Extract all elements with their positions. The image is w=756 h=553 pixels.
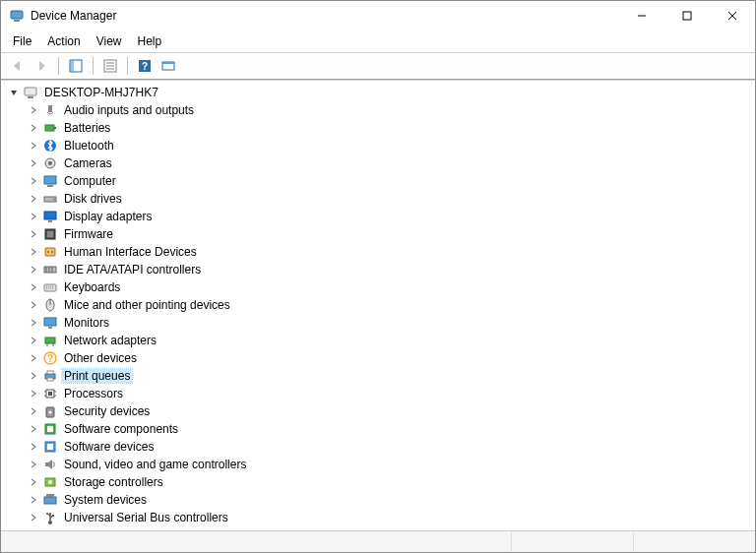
- chevron-right-icon[interactable]: [27, 387, 40, 400]
- tree-item-label[interactable]: Security devices: [62, 404, 152, 418]
- chevron-right-icon[interactable]: [27, 458, 40, 471]
- tree-item-label[interactable]: Cameras: [62, 156, 114, 170]
- tree-item[interactable]: Bluetooth: [7, 137, 755, 154]
- tree-item-label[interactable]: Other devices: [62, 351, 139, 365]
- tree-item[interactable]: Sound, video and game controllers: [7, 456, 755, 473]
- tree-item-label[interactable]: Human Interface Devices: [62, 245, 199, 259]
- tree-item[interactable]: System devices: [7, 491, 755, 509]
- tree-item[interactable]: Computer: [7, 172, 755, 190]
- tree-item[interactable]: Display adapters: [7, 208, 755, 225]
- chevron-right-icon[interactable]: [27, 121, 40, 135]
- tree-item[interactable]: Batteries: [7, 119, 755, 137]
- chevron-right-icon[interactable]: [27, 227, 40, 241]
- audio-icon: [42, 102, 58, 118]
- tree-item[interactable]: Audio inputs and outputs: [7, 101, 755, 119]
- computer-icon: [23, 85, 38, 100]
- svg-rect-46: [45, 338, 55, 343]
- scan-hardware-button[interactable]: [158, 55, 179, 77]
- computer-icon: [42, 173, 58, 189]
- tree-item[interactable]: Cameras: [7, 154, 755, 172]
- tree-item-label[interactable]: Display adapters: [62, 210, 154, 223]
- tree-item[interactable]: Keyboards: [7, 278, 755, 296]
- tree-item[interactable]: IDE ATA/ATAPI controllers: [7, 261, 755, 278]
- menu-file[interactable]: File: [5, 32, 39, 50]
- chevron-right-icon[interactable]: [27, 174, 40, 188]
- system-icon: [42, 492, 58, 508]
- tree-item-label[interactable]: Software devices: [62, 440, 156, 454]
- tree-item[interactable]: Security devices: [7, 402, 755, 420]
- tree-item-label[interactable]: IDE ATA/ATAPI controllers: [62, 263, 203, 276]
- chevron-right-icon[interactable]: [27, 156, 40, 170]
- tree-item[interactable]: Monitors: [7, 314, 755, 332]
- tree-item-label[interactable]: Network adapters: [62, 334, 158, 347]
- tree-item-label[interactable]: Batteries: [62, 121, 112, 135]
- tree-item-label[interactable]: Firmware: [62, 227, 115, 241]
- tree-item[interactable]: Disk drives: [7, 190, 755, 208]
- other-icon: ?: [42, 350, 58, 366]
- chevron-right-icon[interactable]: [27, 192, 40, 206]
- chevron-right-icon[interactable]: [27, 511, 40, 524]
- tree-item-label[interactable]: Universal Serial Bus controllers: [62, 511, 230, 524]
- show-hide-console-tree-button[interactable]: [65, 55, 87, 77]
- chevron-right-icon[interactable]: [27, 139, 40, 153]
- tree-item-label[interactable]: Mice and other pointing devices: [62, 298, 232, 312]
- toolbar: ?: [1, 52, 755, 80]
- tree-item-label[interactable]: Storage controllers: [62, 475, 165, 489]
- chevron-right-icon[interactable]: [27, 351, 40, 365]
- tree-item[interactable]: Processors: [7, 385, 755, 402]
- chevron-right-icon[interactable]: [27, 493, 40, 507]
- tree-item[interactable]: Storage controllers: [7, 473, 755, 491]
- tree-item[interactable]: Print queues: [7, 367, 755, 385]
- close-button[interactable]: [710, 1, 755, 31]
- chevron-right-icon[interactable]: [27, 210, 40, 223]
- chevron-right-icon[interactable]: [27, 263, 40, 276]
- tree-item[interactable]: Firmware: [7, 225, 755, 243]
- tree-item[interactable]: Software devices: [7, 438, 755, 456]
- chevron-right-icon[interactable]: [27, 404, 40, 418]
- svg-rect-45: [48, 327, 52, 329]
- chevron-down-icon[interactable]: [7, 86, 21, 99]
- help-button[interactable]: ?: [134, 55, 156, 77]
- tree-item-label[interactable]: Audio inputs and outputs: [62, 103, 196, 117]
- tree-item-label[interactable]: Disk drives: [62, 192, 124, 206]
- chevron-right-icon[interactable]: [27, 440, 40, 454]
- tree-item-label[interactable]: Sound, video and game controllers: [62, 458, 248, 471]
- root-label[interactable]: DESKTOP-MHJ7HK7: [42, 86, 160, 99]
- minimize-button[interactable]: [619, 1, 664, 31]
- tree-item[interactable]: Software components: [7, 420, 755, 438]
- chevron-right-icon[interactable]: [27, 316, 40, 330]
- svg-text:?: ?: [142, 61, 148, 72]
- tree-item-label[interactable]: Monitors: [62, 316, 111, 330]
- svg-rect-28: [44, 212, 56, 219]
- menu-view[interactable]: View: [89, 32, 130, 50]
- tree-item-label[interactable]: System devices: [62, 493, 149, 507]
- tree-item[interactable]: Human Interface Devices: [7, 243, 755, 261]
- tree-item-label[interactable]: Processors: [62, 387, 125, 400]
- sound-icon: [42, 457, 58, 472]
- tree-item[interactable]: Universal Serial Bus controllers: [7, 509, 755, 526]
- tree-root[interactable]: DESKTOP-MHJ7HK7: [7, 84, 755, 101]
- device-tree[interactable]: DESKTOP-MHJ7HK7 Audio inputs and outputs…: [1, 80, 755, 530]
- chevron-right-icon[interactable]: [27, 334, 40, 347]
- menu-help[interactable]: Help: [130, 32, 170, 50]
- tree-item[interactable]: Network adapters: [7, 332, 755, 349]
- tree-item[interactable]: ?Other devices: [7, 349, 755, 367]
- tree-item-label[interactable]: Software components: [62, 422, 180, 436]
- svg-point-70: [48, 521, 52, 524]
- chevron-right-icon[interactable]: [27, 280, 40, 294]
- tree-item-label[interactable]: Print queues: [62, 369, 132, 383]
- menu-action[interactable]: Action: [39, 32, 88, 50]
- chevron-right-icon[interactable]: [27, 369, 40, 383]
- chevron-right-icon[interactable]: [27, 245, 40, 259]
- chevron-right-icon[interactable]: [27, 103, 40, 117]
- properties-button[interactable]: [99, 55, 121, 77]
- maximize-button[interactable]: [664, 1, 710, 31]
- tree-item[interactable]: Mice and other pointing devices: [7, 296, 755, 314]
- chevron-right-icon[interactable]: [27, 298, 40, 312]
- firmware-icon: [42, 226, 58, 242]
- tree-item-label[interactable]: Bluetooth: [62, 139, 116, 153]
- tree-item-label[interactable]: Keyboards: [62, 280, 122, 294]
- chevron-right-icon[interactable]: [27, 475, 40, 489]
- chevron-right-icon[interactable]: [27, 422, 40, 436]
- tree-item-label[interactable]: Computer: [62, 174, 118, 188]
